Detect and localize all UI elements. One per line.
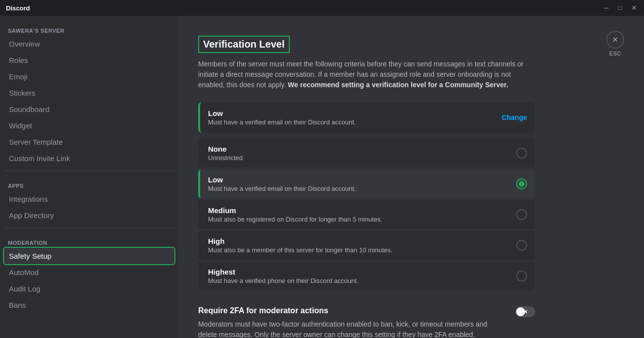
level-option-low[interactable]: Low Must have a verified email on their …: [198, 169, 535, 198]
sidebar-item-emoji[interactable]: Emoji: [4, 68, 174, 85]
sidebar-divider-2: [4, 227, 174, 228]
sidebar-item-overview[interactable]: Overview: [4, 36, 174, 52]
radio-medium[interactable]: [516, 209, 527, 220]
sidebar: SAWERA'S SERVER Overview Roles Emoji Sti…: [0, 16, 178, 338]
section-apps-label: APPS: [4, 175, 174, 191]
section-moderation-label: MODERATION: [4, 232, 174, 248]
level-option-medium[interactable]: Medium Must also be registered on Discor…: [198, 200, 535, 229]
sidebar-item-audit-log[interactable]: Audit Log: [4, 281, 174, 297]
level-option-high[interactable]: High Must also be a member of this serve…: [198, 231, 535, 260]
sidebar-divider-1: [4, 170, 174, 171]
sidebar-item-server-template[interactable]: Server Template: [4, 134, 174, 150]
tfa-description: Moderators must have two-factor authenti…: [198, 319, 503, 338]
sidebar-item-integrations[interactable]: Integrations: [4, 191, 174, 207]
radio-none[interactable]: [516, 148, 527, 159]
sidebar-item-custom-invite[interactable]: Custom Invite Link: [4, 150, 174, 167]
esc-label: ESC: [609, 51, 621, 56]
server-name-label: SAWERA'S SERVER: [4, 20, 174, 36]
current-level-card: Low Must have a verified email on their …: [198, 102, 535, 133]
current-level-description: Must have a verified email on their Disc…: [208, 118, 356, 126]
window-controls: ─ □ ✕: [602, 4, 638, 12]
tfa-title: Require 2FA for moderator actions: [198, 306, 503, 315]
sidebar-item-app-directory[interactable]: App Directory: [4, 207, 174, 224]
tfa-toggle[interactable]: ✕: [515, 306, 535, 317]
section-title: Verification Level: [198, 36, 290, 53]
current-level-info: Low Must have a verified email on their …: [208, 109, 356, 126]
toggle-icon: ✕: [523, 309, 528, 315]
titlebar: Discord ─ □ ✕: [0, 0, 644, 16]
level-option-highest[interactable]: Highest Must have a verified phone on th…: [198, 262, 535, 290]
esc-button[interactable]: ✕ ESC: [606, 31, 624, 56]
sidebar-item-safety-setup[interactable]: Safety Setup: [4, 248, 174, 264]
sidebar-item-bans[interactable]: Bans: [4, 297, 174, 313]
change-button[interactable]: Change: [502, 113, 527, 121]
tfa-row: Require 2FA for moderator actions Modera…: [198, 306, 535, 338]
sidebar-item-soundboard[interactable]: Soundboard: [4, 101, 174, 117]
radio-low[interactable]: [516, 178, 527, 189]
app-title: Discord: [6, 4, 30, 12]
tfa-section: Require 2FA for moderator actions Modera…: [198, 306, 535, 338]
minimize-button[interactable]: ─: [602, 4, 610, 12]
tfa-text: Require 2FA for moderator actions Modera…: [198, 306, 503, 338]
level-options: None Unrestricted Low Must have a verifi…: [198, 139, 535, 290]
sidebar-item-stickers[interactable]: Stickers: [4, 85, 174, 101]
sidebar-item-automod[interactable]: AutoMod: [4, 264, 174, 281]
radio-high[interactable]: [516, 240, 527, 251]
app-body: SAWERA'S SERVER Overview Roles Emoji Sti…: [0, 16, 644, 338]
radio-highest[interactable]: [516, 271, 527, 282]
radio-low-inner: [519, 181, 525, 187]
section-description: Members of the server must meet the foll…: [198, 59, 535, 90]
sidebar-item-roles[interactable]: Roles: [4, 52, 174, 68]
level-option-none[interactable]: None Unrestricted: [198, 139, 535, 168]
main-content: ✕ ESC Verification Level Members of the …: [178, 16, 644, 338]
esc-icon[interactable]: ✕: [606, 31, 624, 49]
sidebar-item-widget[interactable]: Widget: [4, 117, 174, 134]
maximize-button[interactable]: □: [616, 4, 624, 12]
close-button[interactable]: ✕: [630, 4, 638, 12]
current-level-name: Low: [208, 109, 356, 117]
